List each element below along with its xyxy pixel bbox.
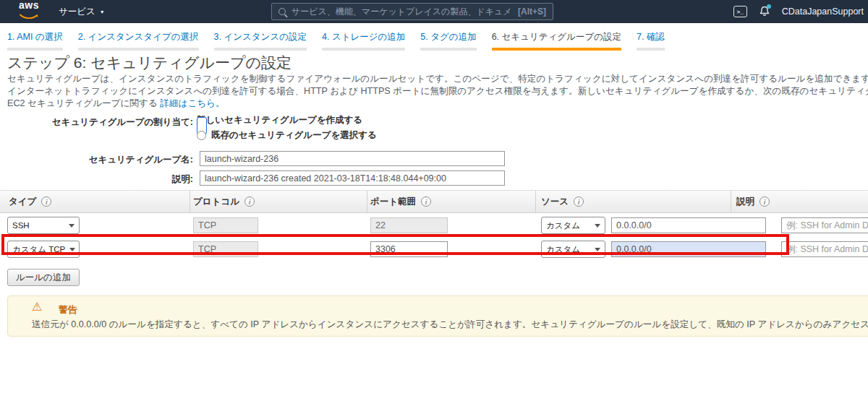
aws-smile-icon [20,9,38,22]
port-range-input[interactable] [370,241,448,257]
col-header-source: ソースi [541,191,584,212]
radio-unselected-icon [197,131,206,140]
rule-row-ssh: SSH カスタム [0,214,868,238]
sg-name-input[interactable] [200,151,505,166]
tab-step-7[interactable]: 7. 確認 [637,23,665,51]
protocol-field [193,241,258,257]
info-icon[interactable]: i [244,196,255,207]
chevron-down-icon [69,224,75,228]
tab-step-3[interactable]: 3. インスタンスの設定 [214,23,307,51]
rule-row-custom-tcp: カスタム TCP カスタム [0,238,868,262]
warning-message: 送信元が 0.0.0.0/0 のルールを指定すると、すべての IP アドレスから… [32,319,868,331]
search-icon [278,8,286,15]
tab-step-2[interactable]: 2. インスタンスタイプの選択 [78,23,199,51]
learn-more-link[interactable]: 詳細はこちら。 [160,98,224,108]
bell-icon [759,7,770,20]
aws-logo[interactable]: aws [19,1,39,22]
rule-description-input[interactable] [781,217,868,233]
warning-icon: ⚠ [32,301,42,313]
radio-create-new-label: 新しいセキュリティグループを作成する [197,114,362,126]
rule-description-input[interactable] [781,241,868,257]
source-cidr-input[interactable] [611,217,766,233]
column-divider [535,191,536,212]
info-icon[interactable]: i [41,196,51,207]
sg-name-label: セキュリティグループ名: [0,154,193,166]
col-header-protocol: プロトコルi [193,191,255,212]
info-icon[interactable]: i [574,196,584,207]
source-cidr-input[interactable] [611,241,766,257]
notification-dot [767,4,771,9]
info-icon[interactable]: i [760,196,770,207]
wizard-steps-nav: 1. AMI の選択 2. インスタンスタイプの選択 3. インスタンスの設定 … [7,23,665,51]
sg-description-label: 説明: [0,173,193,186]
tab-step-1[interactable]: 1. AMI の選択 [7,23,63,51]
caret-down-icon: ▼ [100,9,105,14]
services-menu-label: サービス [59,6,95,18]
aws-topbar: aws サービス ▼ サービス、機能、マーケットプレイスの製品、ドキュメントを検… [0,0,868,23]
chevron-down-icon [595,248,600,251]
chevron-down-icon [595,224,600,228]
col-header-port-range: ポート範囲i [370,191,431,212]
page-description-line3: EC2 セキュリティグループに関する 詳細はこちら。 [7,98,225,110]
assign-group-label: セキュリティグループの割り当て: [0,116,193,129]
services-menu[interactable]: サービス ▼ [59,6,105,18]
source-mode-select[interactable]: カスタム [541,241,605,258]
protocol-field [193,217,258,233]
search-shortcut-hint: [Alt+S] [518,7,546,17]
radio-select-existing-group[interactable]: 既存のセキュリティグループを選択する [197,129,377,142]
cloudshell-button[interactable]: >_ [733,6,747,17]
add-rule-button[interactable]: ルールの追加 [7,269,80,286]
col-header-description: 説明i [736,191,770,212]
search-input[interactable]: サービス、機能、マーケットプレイスの製品、ドキュメントを検索しま [Alt+S] [271,3,553,20]
ec2-launch-wizard-screen: aws サービス ▼ サービス、機能、マーケットプレイスの製品、ドキュメントを検… [0,0,868,393]
type-select[interactable]: カスタム TCP [7,241,80,258]
learn-more-prefix: EC2 セキュリティグループに関する [7,98,160,108]
page-description-line1: セキュリティグループは、インスタンスのトラフィックを制御するファイアウォールのル… [7,73,868,85]
page-description-line2: インターネットトラフィックにインスタンスへの到達を許可する場合、HTTP および… [7,85,868,98]
notifications-button[interactable] [759,6,770,17]
warning-panel: ⚠ 警告 送信元が 0.0.0.0/0 のルールを指定すると、すべての IP ア… [7,295,868,337]
radio-create-new-group[interactable]: 新しいセキュリティグループを作成する [197,114,362,126]
account-menu[interactable]: CDataJapanSupport [782,7,864,17]
sg-description-input[interactable] [200,170,505,186]
radio-select-existing-label: 既存のセキュリティグループを選択する [211,129,377,142]
source-mode-select[interactable]: カスタム [541,217,605,234]
type-select[interactable]: SSH [7,217,80,234]
tab-step-6[interactable]: 6. セキュリティグループの設定 [492,23,621,51]
rules-table-header: タイプi プロトコルi ポート範囲i ソースi 説明i [0,190,868,213]
tab-step-4[interactable]: 4. ストレージの追加 [322,23,405,51]
port-range-field [370,217,448,233]
column-divider [731,191,731,212]
warning-title: 警告 [59,303,77,316]
chevron-down-icon [69,248,75,251]
page-title: ステップ 6: セキュリティグループの設定 [7,53,292,73]
tab-step-5[interactable]: 5. タグの追加 [420,23,476,51]
col-header-type: タイプi [9,191,51,212]
topbar-right-cluster: >_ CDataJapanSupport [733,6,864,17]
column-divider [190,191,190,212]
search-placeholder: サービス、機能、マーケットプレイスの製品、ドキュメントを検索しま [292,6,512,18]
column-divider [367,191,367,212]
info-icon[interactable]: i [421,196,431,207]
aws-logo-text: aws [19,1,39,9]
